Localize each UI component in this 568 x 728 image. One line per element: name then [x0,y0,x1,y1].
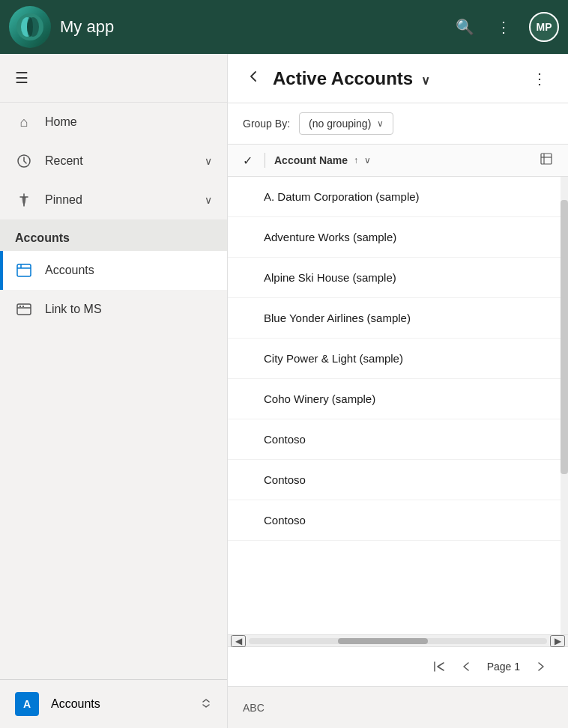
sidebar-item-label: Accounts [45,264,212,277]
sidebar-section-header: Accounts [0,219,227,251]
app-logo [9,6,51,48]
abc-label: ABC [243,702,265,714]
group-by-bar: Group By: (no grouping) ∨ [228,103,568,145]
bottom-label: Accounts [51,697,100,711]
table-row[interactable]: Contoso [228,419,568,460]
table-row[interactable]: A. Datum Corporation (sample) [228,177,568,217]
svg-rect-15 [541,154,552,164]
pin-column-icon[interactable] [540,152,553,169]
hamburger-button[interactable]: ☰ [0,60,43,96]
sidebar-item-label: Recent [45,154,205,168]
panel-more-button[interactable]: ⋮ [526,67,553,91]
chevron-down-icon: ∨ [205,155,212,167]
sidebar-item-accounts[interactable]: Accounts [0,251,227,290]
right-panel: Active Accounts ∨ ⋮ Group By: (no groupi… [228,54,568,728]
account-name-column-header[interactable]: Account Name [274,154,348,166]
more-options-button[interactable]: ⋮ [490,13,517,40]
abc-bar: ABC [228,686,568,728]
title-chevron-icon: ∨ [421,74,430,87]
sort-asc-icon: ↑ [354,155,358,166]
back-button[interactable] [243,66,264,91]
home-icon: ⌂ [15,113,33,131]
main-content: ☰ ⌂ Home Recent ∨ [0,54,568,728]
app-title: My app [60,17,451,37]
top-header: My app 🔍 ⋮ MP [0,0,568,54]
pagination-bar: Page 1 [228,646,568,686]
accounts-icon [15,261,33,279]
horizontal-scrollbar[interactable]: ◀ ▶ [228,634,568,646]
sidebar-bottom: A Accounts [0,679,227,728]
search-button[interactable]: 🔍 [451,13,478,40]
active-indicator [0,251,3,290]
panel-title: Active Accounts ∨ [273,68,517,89]
accounts-avatar: A [15,692,39,716]
group-by-label: Group By: [243,118,290,130]
sidebar-item-recent[interactable]: Recent ∨ [0,142,227,181]
svg-rect-14 [22,306,24,307]
table-row[interactable]: City Power & Light (sample) [228,339,568,379]
sidebar-nav: ⌂ Home Recent ∨ [0,103,227,679]
page-indicator: Page 1 [481,661,526,673]
sidebar-item-home[interactable]: ⌂ Home [0,103,227,142]
col-chevron-icon: ∨ [364,155,371,166]
pin-icon [15,191,33,209]
account-list: A. Datum Corporation (sample) Adventure … [228,177,568,634]
account-list-container: A. Datum Corporation (sample) Adventure … [228,177,568,634]
sidebar-item-link-to-ms[interactable]: Link to MS [0,290,227,329]
svg-marker-7 [22,197,26,206]
sidebar: ☰ ⌂ Home Recent ∨ [0,54,228,728]
svg-point-3 [27,17,33,37]
bottom-accounts-item[interactable]: A Accounts [0,680,227,728]
svg-rect-13 [19,306,21,307]
sidebar-item-label: Pinned [45,193,205,207]
select-chevron-icon: ∨ [377,118,384,129]
group-by-select[interactable]: (no grouping) ∨ [299,112,393,135]
table-row[interactable]: Contoso [228,500,568,541]
header-icons: 🔍 ⋮ MP [451,12,559,42]
h-scroll-thumb [338,638,427,644]
svg-rect-11 [17,304,31,315]
user-avatar[interactable]: MP [529,12,559,42]
sidebar-item-label: Home [45,115,212,129]
column-header-row: ✓ Account Name ↑ ∨ [228,145,568,177]
link-icon [15,300,33,318]
next-page-button[interactable] [529,655,553,679]
scroll-left-button[interactable]: ◀ [231,635,246,647]
table-row[interactable]: Adventure Works (sample) [228,217,568,258]
table-row[interactable]: Alpine Ski House (sample) [228,258,568,298]
sidebar-top: ☰ [0,54,227,103]
prev-page-button[interactable] [454,655,478,679]
chevron-up-down-icon [200,697,212,712]
table-row[interactable]: Contoso [228,460,568,500]
sidebar-item-pinned[interactable]: Pinned ∨ [0,181,227,219]
h-scroll-track [249,638,547,644]
chevron-down-icon: ∨ [205,194,212,206]
vertical-scrollbar[interactable] [561,177,568,634]
scroll-right-button[interactable]: ▶ [550,635,565,647]
checkmark-icon: ✓ [243,154,253,168]
column-divider [265,153,265,168]
panel-header: Active Accounts ∨ ⋮ [228,54,568,103]
scrollbar-thumb [561,200,568,475]
clock-icon [15,152,33,170]
first-page-button[interactable] [427,655,451,679]
table-row[interactable]: Blue Yonder Airlines (sample) [228,298,568,339]
sidebar-item-label: Link to MS [45,303,212,316]
svg-rect-8 [17,264,31,276]
table-row[interactable]: Coho Winery (sample) [228,379,568,419]
